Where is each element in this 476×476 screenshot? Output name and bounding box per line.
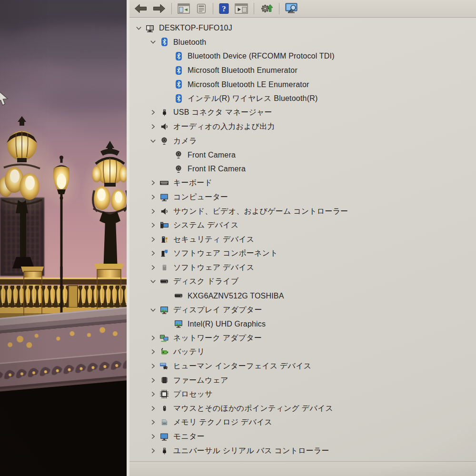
tree-item-label: Intel(R) UHD Graphics: [188, 319, 266, 328]
tree-item[interactable]: バッテリ: [129, 345, 476, 359]
screen: ? DESKTOP-FUFO10JBluetoothBluetooth Devi…: [0, 0, 476, 476]
tree-item[interactable]: Front Camera: [129, 148, 476, 162]
tree-item-label: コンピューター: [173, 192, 228, 202]
monitor-icon: [159, 192, 169, 202]
tree-item-label: ディスプレイ アダプター: [173, 305, 262, 315]
tree-item[interactable]: Bluetooth Device (RFCOMM Protocol TDI): [129, 49, 476, 63]
bluetooth-icon: [173, 51, 184, 61]
computer-icon: [145, 23, 155, 33]
firmware-icon: [159, 376, 169, 385]
usb-icon: [159, 446, 169, 456]
forward-icon[interactable]: [151, 1, 167, 16]
chevron-right-icon[interactable]: [147, 391, 159, 397]
chevron-right-icon[interactable]: [147, 377, 159, 384]
bridge-arch: [0, 305, 127, 476]
show-console-tree-icon[interactable]: [176, 1, 191, 16]
tree-item[interactable]: ユニバーサル シリアル バス コントローラー: [129, 444, 476, 458]
tree-item[interactable]: モニター: [129, 429, 476, 444]
toolbar-separator: [279, 3, 279, 14]
tree-item[interactable]: ファームウェア: [129, 373, 476, 387]
tree-item[interactable]: ヒューマン インターフェイス デバイス: [129, 359, 476, 373]
tree-item-label: オーディオの入力および出力: [173, 121, 275, 132]
chevron-right-icon[interactable]: [147, 250, 159, 257]
chevron-right-icon[interactable]: [147, 194, 159, 200]
tree-item[interactable]: インテル(R) ワイヤレス Bluetooth(R): [129, 91, 476, 106]
chevron-right-icon[interactable]: [147, 236, 159, 243]
tree-item[interactable]: サウンド、ビデオ、およびゲーム コントローラー: [129, 204, 476, 218]
tree-item[interactable]: カメラ: [129, 134, 476, 148]
disk-drive-icon: [173, 291, 184, 300]
chevron-down-icon[interactable]: [147, 279, 159, 284]
bluetooth-icon: [173, 94, 184, 103]
properties-icon[interactable]: [194, 1, 208, 16]
tree-item[interactable]: システム デバイス: [129, 218, 476, 232]
system-device-icon: [159, 220, 169, 230]
chevron-right-icon[interactable]: [147, 335, 159, 341]
tree-item[interactable]: マウスとそのほかのポインティング デバイス: [129, 401, 476, 416]
tree-item[interactable]: Microsoft Bluetooth LE Enumerator: [129, 77, 476, 91]
update-driver-icon[interactable]: [258, 1, 275, 16]
chevron-right-icon[interactable]: [147, 419, 159, 426]
tree-item-label: Bluetooth Device (RFCOMM Protocol TDI): [188, 51, 335, 60]
back-icon[interactable]: [133, 1, 149, 16]
tree-item-label: ユニバーサル シリアル バス コントローラー: [173, 446, 329, 456]
chevron-right-icon[interactable]: [147, 264, 159, 271]
chevron-right-icon[interactable]: [147, 222, 159, 228]
tree-item[interactable]: セキュリティ デバイス: [129, 232, 476, 247]
bluetooth-icon: [173, 66, 184, 75]
software-component-icon: [159, 248, 169, 258]
chevron-right-icon[interactable]: [147, 109, 159, 116]
tree-item-label: システム デバイス: [173, 220, 238, 230]
tree-item[interactable]: DESKTOP-FUFO10J: [129, 21, 476, 35]
lamppost-right: [80, 141, 127, 272]
chevron-right-icon[interactable]: [147, 123, 159, 130]
window-bottom-bar: [129, 461, 476, 476]
keyboard-icon: [159, 178, 169, 188]
tree-item-label: Microsoft Bluetooth LE Enumerator: [188, 80, 309, 89]
tree-item-label: キーボード: [173, 178, 212, 188]
display-adapter-icon: [173, 319, 184, 328]
tree-item[interactable]: ディスク ドライブ: [129, 275, 476, 289]
chevron-down-icon[interactable]: [147, 139, 159, 143]
tree-item-label: USB コネクタ マネージャー: [173, 107, 272, 118]
tree-item[interactable]: Microsoft Bluetooth Enumerator: [129, 63, 476, 78]
chevron-right-icon[interactable]: [147, 348, 159, 355]
camera-icon: [173, 150, 184, 159]
chevron-right-icon[interactable]: [147, 405, 159, 412]
scan-hardware-changes-icon[interactable]: [284, 1, 301, 16]
tree-item-label: プロセッサ: [173, 389, 213, 399]
chevron-right-icon[interactable]: [147, 179, 159, 186]
tree-item[interactable]: オーディオの入力および出力: [129, 119, 476, 134]
tree-item[interactable]: メモリ テクノロジ デバイス: [129, 416, 476, 430]
bridge-lampposts-scene: [0, 0, 127, 476]
help-icon[interactable]: ?: [218, 1, 230, 16]
disk-drive-icon: [159, 277, 169, 286]
tree-item[interactable]: KXG6AZNV512G TOSHIBA: [129, 288, 476, 303]
chevron-down-icon[interactable]: [147, 40, 159, 44]
chevron-down-icon[interactable]: [147, 307, 159, 312]
tree-item[interactable]: Intel(R) UHD Graphics: [129, 317, 476, 331]
tree-item[interactable]: コンピューター: [129, 190, 476, 204]
show-action-pane-icon[interactable]: [233, 1, 249, 16]
tree-item-label: インテル(R) ワイヤレス Bluetooth(R): [188, 93, 318, 104]
chevron-right-icon[interactable]: [147, 433, 159, 440]
display-adapter-icon: [159, 305, 169, 315]
tree-item[interactable]: ソフトウェア コンポーネント: [129, 247, 476, 261]
tree-item[interactable]: ネットワーク アダプター: [129, 331, 476, 345]
tree-item[interactable]: Front IR Camera: [129, 162, 476, 176]
tree-item[interactable]: ディスプレイ アダプター: [129, 303, 476, 317]
tree-item[interactable]: USB コネクタ マネージャー: [129, 106, 476, 120]
chevron-down-icon[interactable]: [132, 26, 145, 30]
tree-item-label: ソフトウェア コンポーネント: [173, 248, 278, 258]
chevron-right-icon[interactable]: [147, 208, 159, 215]
tree-item[interactable]: Bluetooth: [129, 35, 476, 50]
tree-item-label: ディスク ドライブ: [173, 276, 238, 287]
chevron-right-icon[interactable]: [147, 363, 159, 369]
tree-item[interactable]: プロセッサ: [129, 387, 476, 401]
device-tree: DESKTOP-FUFO10JBluetoothBluetooth Device…: [129, 18, 476, 462]
tree-item[interactable]: キーボード: [129, 176, 476, 190]
battery-icon: [159, 347, 169, 357]
tree-item[interactable]: ソフトウェア デバイス: [129, 260, 476, 275]
chevron-right-icon[interactable]: [147, 447, 159, 454]
usb-icon: [159, 108, 169, 117]
